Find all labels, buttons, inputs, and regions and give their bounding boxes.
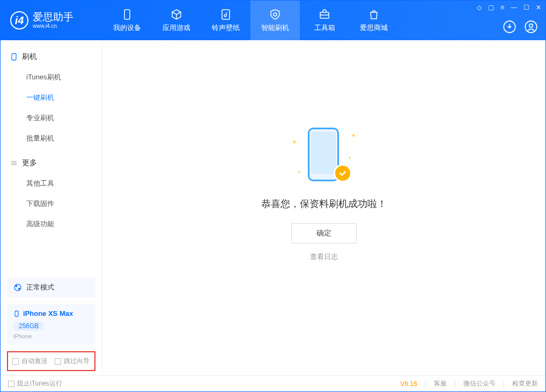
main-content: ✦ ✦ • • 恭喜您，保资料刷机成功啦！ 确定 查看日志 bbox=[102, 40, 545, 375]
flash-options-highlighted: 自动激活 跳过向导 bbox=[7, 351, 95, 371]
phone-screen-icon bbox=[311, 132, 336, 174]
user-icon[interactable] bbox=[524, 20, 538, 34]
separator: | bbox=[454, 380, 456, 388]
device-storage-badge: 256GB bbox=[13, 321, 44, 331]
mode-icon bbox=[13, 283, 22, 292]
maximize-icon[interactable]: ☐ bbox=[523, 4, 529, 11]
sidebar-item-advanced[interactable]: 高级功能 bbox=[1, 214, 102, 234]
sidebar-item-itunes-flash[interactable]: iTunes刷机 bbox=[1, 67, 102, 87]
logo[interactable]: i4 爱思助手 www.i4.cn bbox=[1, 11, 102, 29]
svg-point-5 bbox=[529, 24, 533, 28]
tab-label: 应用游戏 bbox=[163, 23, 190, 33]
checkbox-box-icon bbox=[55, 358, 61, 365]
tab-label: 我的设备 bbox=[113, 23, 141, 33]
device-icon bbox=[10, 53, 18, 61]
checkbox-skip-guide[interactable]: 跳过向导 bbox=[55, 357, 90, 366]
checkbox-auto-activate[interactable]: 自动激活 bbox=[12, 357, 47, 366]
sidebar-item-oneclick-flash[interactable]: 一键刷机 bbox=[1, 87, 102, 108]
minimize-icon[interactable]: — bbox=[511, 4, 517, 11]
layout-icon[interactable]: ▢ bbox=[488, 4, 494, 11]
menu-icon[interactable]: ≡ bbox=[500, 4, 504, 11]
sidebar-section-flash: 刷机 bbox=[1, 47, 102, 67]
device-name: iPhone XS Max bbox=[23, 309, 73, 317]
spark-icon: • bbox=[349, 154, 351, 162]
sidebar-item-download-firmware[interactable]: 下载固件 bbox=[1, 194, 102, 214]
sidebar-item-other-tools[interactable]: 其他工具 bbox=[1, 173, 102, 194]
checkbox-box-icon bbox=[8, 381, 14, 387]
tab-label: 铃声壁纸 bbox=[212, 23, 240, 33]
window-controls: ◇ ▢ ≡ — ☐ ✕ bbox=[477, 4, 541, 11]
svg-point-9 bbox=[18, 288, 19, 289]
checkbox-box-icon bbox=[12, 358, 19, 365]
success-illustration: ✦ ✦ • • bbox=[292, 122, 356, 187]
separator: | bbox=[425, 380, 426, 388]
footer-link-update[interactable]: 检查更新 bbox=[512, 379, 538, 388]
svg-rect-10 bbox=[15, 311, 18, 316]
spark-icon: ✦ bbox=[292, 138, 297, 146]
tab-ringtone-wallpaper[interactable]: 铃声壁纸 bbox=[201, 1, 250, 40]
tab-smart-flash[interactable]: 智能刷机 bbox=[250, 1, 300, 40]
svg-rect-1 bbox=[222, 10, 230, 19]
spark-icon: ✦ bbox=[351, 132, 356, 139]
app-name-en: www.i4.cn bbox=[33, 23, 73, 29]
bag-icon bbox=[367, 8, 380, 21]
tab-store[interactable]: 爱思商城 bbox=[349, 1, 399, 40]
refresh-shield-icon bbox=[269, 8, 282, 21]
footer-link-support[interactable]: 客服 bbox=[434, 379, 447, 388]
spark-icon: • bbox=[298, 168, 300, 176]
tab-label: 工具箱 bbox=[314, 23, 335, 33]
device-card[interactable]: iPhone XS Max 256GB iPhone bbox=[7, 304, 95, 345]
device-mode-card[interactable]: 正常模式 bbox=[7, 277, 95, 298]
tab-label: 爱思商城 bbox=[360, 23, 388, 33]
section-title: 更多 bbox=[22, 158, 37, 168]
app-name-cn: 爱思助手 bbox=[33, 12, 73, 23]
header-right-icons bbox=[503, 20, 538, 34]
tab-apps-games[interactable]: 应用游戏 bbox=[152, 1, 201, 40]
ok-button[interactable]: 确定 bbox=[291, 223, 357, 243]
sidebar: 刷机 iTunes刷机 一键刷机 专业刷机 批量刷机 更多 其他工具 下载固件 … bbox=[1, 40, 102, 375]
version-label: V8.16 bbox=[400, 380, 417, 388]
phone-small-icon bbox=[13, 310, 20, 317]
phone-icon bbox=[121, 8, 134, 21]
list-icon bbox=[10, 159, 18, 167]
svg-point-7 bbox=[14, 284, 21, 291]
logo-icon: i4 bbox=[10, 11, 28, 29]
footer: 阻止iTunes运行 V8.16 | 客服 | 微信公众号 | 检查更新 bbox=[1, 375, 545, 391]
success-message: 恭喜您，保资料刷机成功啦！ bbox=[261, 197, 387, 210]
svg-rect-6 bbox=[12, 54, 16, 60]
sidebar-section-more: 更多 bbox=[1, 153, 102, 173]
checkbox-label: 自动激活 bbox=[21, 357, 47, 366]
checkbox-block-itunes[interactable]: 阻止iTunes运行 bbox=[8, 379, 62, 388]
footer-link-wechat[interactable]: 微信公众号 bbox=[463, 379, 496, 388]
device-type: iPhone bbox=[13, 333, 89, 339]
svg-point-4 bbox=[525, 21, 537, 33]
checkmark-badge-icon bbox=[334, 164, 352, 182]
tab-toolbox[interactable]: 工具箱 bbox=[300, 1, 349, 40]
header: i4 爱思助手 www.i4.cn 我的设备 应用游戏 铃声壁纸 智能刷机 工具… bbox=[1, 1, 545, 40]
header-tabs: 我的设备 应用游戏 铃声壁纸 智能刷机 工具箱 爱思商城 bbox=[102, 1, 399, 40]
checkbox-label: 阻止iTunes运行 bbox=[17, 379, 62, 388]
tab-label: 智能刷机 bbox=[261, 23, 289, 33]
svg-point-8 bbox=[16, 285, 17, 286]
close-icon[interactable]: ✕ bbox=[536, 4, 541, 11]
cube-icon bbox=[170, 8, 183, 21]
tab-my-device[interactable]: 我的设备 bbox=[102, 1, 152, 40]
section-title: 刷机 bbox=[22, 52, 37, 62]
sidebar-item-batch-flash[interactable]: 批量刷机 bbox=[1, 128, 102, 149]
separator: | bbox=[503, 380, 505, 388]
sidebar-item-pro-flash[interactable]: 专业刷机 bbox=[1, 108, 102, 128]
mode-label: 正常模式 bbox=[26, 283, 54, 292]
view-log-link[interactable]: 查看日志 bbox=[310, 252, 338, 262]
download-icon[interactable] bbox=[503, 20, 517, 34]
shirt-icon[interactable]: ◇ bbox=[477, 4, 482, 11]
svg-rect-0 bbox=[124, 10, 130, 19]
music-file-icon bbox=[219, 8, 232, 21]
toolbox-icon bbox=[318, 8, 331, 21]
checkbox-label: 跳过向导 bbox=[64, 357, 90, 366]
